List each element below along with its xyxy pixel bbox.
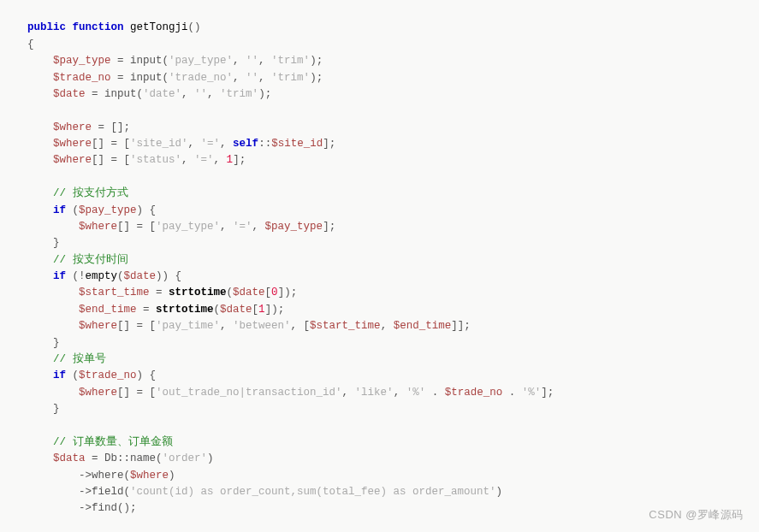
text: , (233, 55, 246, 67)
string: 'pay_type' (156, 221, 220, 233)
text: ( (66, 369, 79, 381)
text: ( (117, 270, 124, 282)
text: , (258, 55, 271, 67)
keyword-function: function (73, 21, 124, 33)
text: ]; (233, 154, 246, 166)
text: ) { (137, 204, 157, 216)
string: '=' (194, 154, 214, 166)
string: 'status' (130, 154, 181, 166)
text: , (181, 88, 194, 100)
var-where: $where (130, 470, 169, 482)
text: ) { (137, 369, 157, 381)
var-where: $where (79, 320, 117, 332)
var-start-time: $start_time (79, 287, 150, 299)
brace-close: } (53, 237, 60, 249)
text: ); (310, 55, 323, 67)
var-where: $where (53, 154, 92, 166)
keyword-if: if (53, 270, 66, 282)
text: ) (496, 486, 503, 498)
text: = input( (111, 55, 169, 67)
text: , (381, 320, 394, 332)
text: ]; (541, 387, 554, 399)
string: '' (246, 72, 258, 84)
string: 'pay_time' (156, 320, 220, 332)
func-strtotime: strtotime (156, 304, 214, 316)
func-empty: empty (86, 270, 118, 282)
string: '=' (233, 221, 252, 233)
text: = (150, 287, 169, 299)
string: 'trim' (220, 88, 258, 100)
text: ) (169, 470, 175, 482)
var-trade-no: $trade_no (53, 72, 111, 84)
string: 'count(id) as order_count,sum(total_fee)… (130, 486, 496, 498)
text: , (207, 88, 220, 100)
string: '%' (522, 387, 542, 399)
text: . (502, 387, 522, 399)
text: ]; (323, 138, 335, 150)
var-site-id: $site_id (271, 138, 323, 150)
var-pay-type: $pay_type (265, 221, 323, 233)
var-trade-no: $trade_no (445, 387, 503, 399)
string: 'date' (143, 88, 181, 100)
number: 1 (258, 304, 265, 316)
text: ( (227, 287, 234, 299)
var-where: $where (53, 138, 92, 150)
keyword-if: if (53, 204, 66, 216)
string: 'order' (163, 452, 208, 464)
text: = input( (111, 72, 169, 84)
var-where: $where (79, 387, 117, 399)
text: ( (66, 204, 79, 216)
string: 'trim' (271, 55, 310, 67)
string: 'pay_type' (169, 55, 233, 67)
var-where: $where (79, 221, 117, 233)
text: , (394, 387, 406, 399)
text: , (181, 154, 194, 166)
string: '=' (201, 138, 221, 150)
text: ->find(); (79, 502, 137, 514)
text: , (188, 138, 201, 150)
string: 'site_id' (130, 138, 188, 150)
function-name: getTongji (130, 21, 188, 33)
comment-pay-method: // 按支付方式 (53, 187, 128, 199)
string: 'between' (233, 320, 291, 332)
var-end-time: $end_time (79, 304, 137, 316)
text: , (252, 221, 265, 233)
text: ]); (278, 287, 298, 299)
text: [] = [ (117, 221, 156, 233)
var-start-time: $start_time (310, 320, 381, 332)
number: 1 (227, 154, 234, 166)
string: 'out_trade_no|transaction_id' (156, 387, 342, 399)
comment-order-count-amount: // 订单数量、订单金额 (53, 436, 173, 448)
var-pay-type: $pay_type (79, 204, 137, 216)
text: = input( (86, 88, 144, 100)
var-date: $date (233, 287, 265, 299)
string: '' (246, 55, 258, 67)
comment-pay-time: // 按支付时间 (53, 254, 128, 266)
string: 'like' (355, 387, 394, 399)
text: = Db::name( (86, 452, 163, 464)
func-strtotime: strtotime (169, 287, 227, 299)
text: , (214, 154, 227, 166)
text: [] = [ (92, 154, 130, 166)
var-trade-no: $trade_no (79, 369, 137, 381)
text: , (220, 320, 233, 332)
comment-order-no: // 按单号 (53, 353, 106, 365)
text: ); (258, 88, 271, 100)
var-date: $date (124, 270, 157, 282)
keyword-self: self (233, 138, 258, 150)
text: [] = [ (117, 320, 156, 332)
string: 'trade_no' (169, 72, 233, 84)
var-where: $where (53, 121, 92, 133)
text: )) { (156, 270, 181, 282)
text: ]; (323, 221, 335, 233)
string: 'trim' (271, 72, 310, 84)
text: [ (265, 287, 272, 299)
text: , (220, 221, 233, 233)
text: , (342, 387, 355, 399)
text: , (233, 72, 246, 84)
string: '%' (406, 387, 426, 399)
text: ( (214, 304, 221, 316)
text: ) (207, 452, 214, 464)
string: '' (194, 88, 207, 100)
text: ]); (265, 304, 285, 316)
